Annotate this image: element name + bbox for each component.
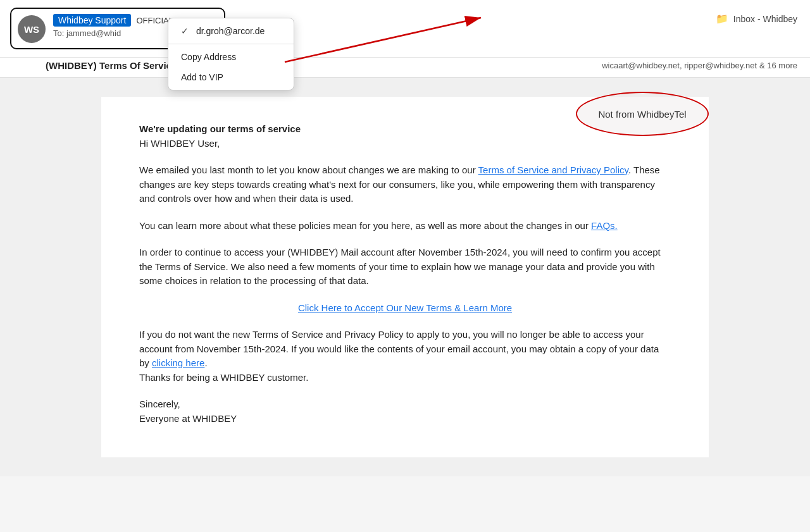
menu-item-copy-address[interactable]: Copy Address: [168, 47, 294, 67]
para1-before: We emailed you last month to let you kno…: [139, 164, 478, 175]
para2-before: You can learn more about what these poli…: [139, 220, 591, 231]
email-greeting: Hi WHIDBEY User,: [139, 138, 220, 149]
subject-text: (WHIDBEY) Terms Of Service: [46, 60, 177, 71]
recipients-list: wicaart@whidbey.net, ripper@whidbey.net: [602, 61, 757, 70]
email-container: WS Whidbey Support OFFICIAL WHIDBEY To: …: [0, 0, 810, 532]
terms-link[interactable]: Terms of Service and Privacy Policy: [478, 164, 628, 175]
para4-before: If you do not want the new Terms of Serv…: [139, 329, 659, 368]
inbox-label: Inbox - Whidbey: [733, 14, 797, 24]
paragraph4: If you do not want the new Terms of Serv…: [139, 328, 671, 385]
para4-after: .: [204, 357, 207, 368]
recipients: wicaart@whidbey.net, ripper@whidbey.net …: [602, 61, 797, 70]
paragraph2: You can learn more about what these poli…: [139, 219, 671, 233]
and-more: & 16 more: [759, 61, 797, 70]
email-header: WS Whidbey Support OFFICIAL WHIDBEY To: …: [0, 0, 810, 58]
folder-icon: 📁: [716, 13, 728, 25]
subject-row: (WHIDBEY) Terms Of Service wicaart@whidb…: [0, 58, 810, 78]
clicking-here-link[interactable]: clicking here: [152, 357, 204, 368]
faqs-link[interactable]: FAQs.: [591, 220, 618, 231]
sender-name: Whidbey Support: [53, 14, 131, 27]
thanks-text: Thanks for being a WHIDBEY customer.: [139, 372, 308, 383]
paragraph3: In order to continue to access your (WHI…: [139, 245, 671, 288]
email-content: We're updating our terms of service Hi W…: [101, 97, 709, 457]
sign-off-name: Everyone at WHIDBEY: [139, 412, 671, 426]
to-address: jammed@whid: [66, 28, 121, 38]
sincerely: Sincerely,: [139, 397, 671, 412]
header-right: 📁 Inbox - Whidbey: [716, 8, 797, 25]
email-body: We're updating our terms of service Hi W…: [0, 78, 810, 476]
context-menu: dr.groh@arcor.de Copy Address Add to VIP: [168, 18, 294, 90]
menu-divider: [168, 44, 294, 44]
cta-link[interactable]: Click Here to Accept Our New Terms & Lea…: [139, 301, 671, 316]
to-label: To:: [53, 28, 64, 38]
avatar: WS: [18, 15, 46, 43]
email-heading-para: We're updating our terms of service Hi W…: [139, 122, 671, 151]
email-heading: We're updating our terms of service: [139, 123, 301, 134]
paragraph1: We emailed you last month to let you kno…: [139, 163, 671, 206]
menu-item-add-vip[interactable]: Add to VIP: [168, 67, 294, 87]
menu-item-email[interactable]: dr.groh@arcor.de: [168, 21, 294, 41]
sign-off: Sincerely, Everyone at WHIDBEY: [139, 397, 671, 426]
